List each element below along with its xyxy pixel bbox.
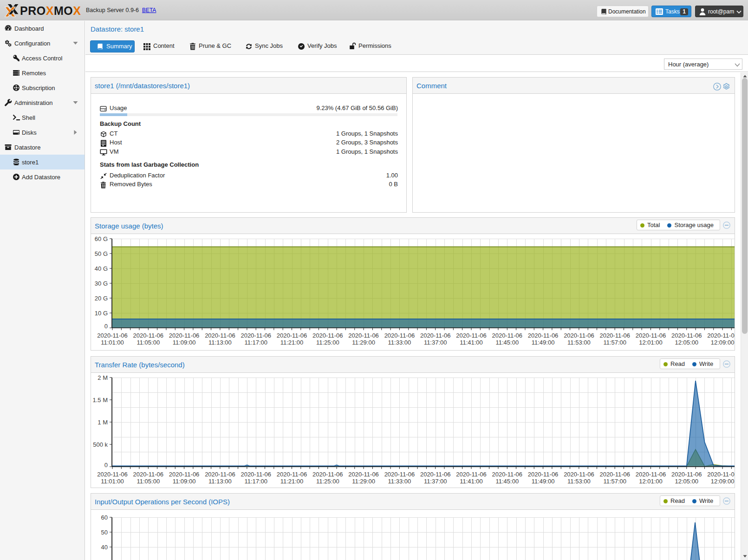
svg-text:2020-11-06: 2020-11-06 [528, 471, 559, 478]
svg-text:11:57:00: 11:57:00 [603, 339, 626, 346]
svg-text:2020-11-06: 2020-11-06 [528, 332, 559, 339]
svg-text:2020-11-06: 2020-11-06 [169, 332, 200, 339]
svg-text:20 G: 20 G [95, 295, 108, 302]
svg-text:11:21:00: 11:21:00 [280, 339, 304, 346]
svg-text:11:25:00: 11:25:00 [316, 339, 339, 346]
svg-text:2020-11-06: 2020-11-06 [492, 332, 523, 339]
svg-text:2020-11-06: 2020-11-06 [384, 332, 415, 339]
svg-text:2020-11-06: 2020-11-06 [205, 332, 235, 339]
svg-text:60: 60 [101, 514, 108, 521]
svg-text:2020-11-06: 2020-11-06 [205, 471, 235, 478]
svg-text:11:01:00: 11:01:00 [101, 339, 124, 346]
svg-text:11:09:00: 11:09:00 [173, 478, 196, 485]
svg-text:2020-11-06: 2020-11-06 [599, 471, 630, 478]
svg-text:12:01:00: 12:01:00 [639, 339, 663, 346]
svg-text:11:41:00: 11:41:00 [460, 478, 483, 485]
svg-text:11:37:00: 11:37:00 [424, 339, 447, 346]
svg-text:11:01:00: 11:01:00 [101, 478, 124, 485]
svg-text:11:45:00: 11:45:00 [495, 339, 519, 346]
svg-text:2020-11-06: 2020-11-06 [312, 471, 343, 478]
svg-text:2020-11-06: 2020-11-06 [133, 471, 164, 478]
svg-text:11:53:00: 11:53:00 [567, 339, 591, 346]
svg-text:11:17:00: 11:17:00 [244, 478, 267, 485]
svg-text:11:41:00: 11:41:00 [460, 339, 483, 346]
svg-text:11:17:00: 11:17:00 [244, 339, 267, 346]
svg-text:11:29:00: 11:29:00 [352, 478, 375, 485]
svg-text:11:13:00: 11:13:00 [208, 478, 232, 485]
svg-text:2020-11-06: 2020-11-06 [564, 471, 594, 478]
svg-text:2 M: 2 M [98, 374, 108, 381]
svg-text:2020-11-06: 2020-11-06 [671, 471, 702, 478]
svg-text:2020-11-06: 2020-11-06 [97, 332, 128, 339]
svg-text:0: 0 [104, 323, 108, 330]
svg-text:10 G: 10 G [95, 310, 108, 317]
svg-text:11:21:00: 11:21:00 [280, 478, 304, 485]
svg-text:11:25:00: 11:25:00 [316, 478, 339, 485]
svg-text:2020-11-06: 2020-11-06 [277, 471, 307, 478]
svg-text:50 G: 50 G [95, 250, 108, 257]
svg-text:2020-11-06: 2020-11-06 [312, 332, 343, 339]
svg-text:60 G: 60 G [95, 235, 108, 242]
svg-text:2020-11-06: 2020-11-06 [241, 332, 271, 339]
svg-text:50: 50 [101, 529, 108, 536]
svg-text:12:05:00: 12:05:00 [675, 478, 698, 485]
svg-text:12:09:00: 12:09:00 [711, 478, 735, 485]
svg-text:2020-11-06: 2020-11-06 [133, 332, 164, 339]
svg-text:11:05:00: 11:05:00 [137, 339, 160, 346]
svg-text:2020-11-06: 2020-11-06 [564, 332, 594, 339]
svg-text:11:53:00: 11:53:00 [567, 478, 591, 485]
svg-text:2020-11-06: 2020-11-06 [636, 332, 666, 339]
svg-text:2020-11-06: 2020-11-06 [348, 332, 379, 339]
svg-text:40: 40 [101, 544, 108, 551]
svg-text:0: 0 [104, 462, 108, 469]
svg-text:2020-11-06: 2020-11-06 [277, 332, 307, 339]
svg-text:11:05:00: 11:05:00 [137, 478, 160, 485]
svg-text:2020-11-06: 2020-11-06 [420, 471, 451, 478]
svg-text:30 G: 30 G [95, 280, 108, 287]
svg-text:1 M: 1 M [98, 419, 108, 426]
svg-text:11:45:00: 11:45:00 [495, 478, 519, 485]
svg-text:11:49:00: 11:49:00 [532, 339, 555, 346]
svg-text:11:57:00: 11:57:00 [603, 478, 626, 485]
svg-text:500 k: 500 k [93, 441, 108, 448]
svg-text:12:09:00: 12:09:00 [711, 339, 735, 346]
svg-text:2020-11-06: 2020-11-06 [420, 332, 451, 339]
svg-text:2020-11-06: 2020-11-06 [492, 471, 523, 478]
svg-text:11:29:00: 11:29:00 [352, 339, 375, 346]
svg-text:11:33:00: 11:33:00 [388, 478, 411, 485]
svg-text:12:05:00: 12:05:00 [675, 339, 698, 346]
svg-text:2020-11-06: 2020-11-06 [707, 471, 735, 478]
svg-text:2020-11-06: 2020-11-06 [599, 332, 630, 339]
svg-text:1.5 M: 1.5 M [92, 397, 108, 404]
svg-text:2020-11-06: 2020-11-06 [671, 332, 702, 339]
svg-text:2020-11-06: 2020-11-06 [384, 471, 415, 478]
svg-text:2020-11-06: 2020-11-06 [456, 332, 487, 339]
svg-text:2020-11-06: 2020-11-06 [241, 471, 271, 478]
svg-text:11:33:00: 11:33:00 [388, 339, 411, 346]
svg-text:11:37:00: 11:37:00 [424, 478, 447, 485]
svg-text:2020-11-06: 2020-11-06 [169, 471, 200, 478]
svg-text:2020-11-06: 2020-11-06 [636, 471, 666, 478]
svg-text:11:09:00: 11:09:00 [173, 339, 196, 346]
svg-text:2020-11-06: 2020-11-06 [97, 471, 128, 478]
svg-text:40 G: 40 G [95, 265, 108, 272]
svg-text:11:13:00: 11:13:00 [208, 339, 232, 346]
svg-text:12:01:00: 12:01:00 [639, 478, 663, 485]
svg-text:2020-11-06: 2020-11-06 [707, 332, 735, 339]
svg-text:2020-11-06: 2020-11-06 [348, 471, 379, 478]
svg-text:2020-11-06: 2020-11-06 [456, 471, 487, 478]
svg-text:11:49:00: 11:49:00 [532, 478, 555, 485]
